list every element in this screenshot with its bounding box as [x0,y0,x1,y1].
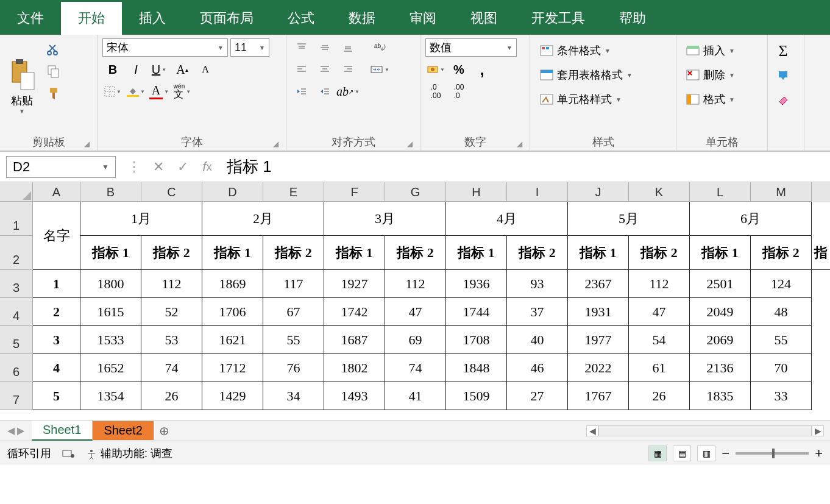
align-center-button[interactable] [314,60,335,79]
align-middle-button[interactable] [314,38,335,57]
cell-r5-c5[interactable]: 1687 [324,326,385,354]
cell-month-1[interactable]: 1月 [80,202,202,236]
cell-month-6[interactable]: 6月 [690,202,812,236]
cell-r5-c9[interactable]: 1977 [568,326,629,354]
cell-r7-c0[interactable]: 5 [33,382,80,410]
tab-formulas[interactable]: 公式 [271,2,332,35]
cell-r7-c12[interactable]: 33 [751,382,812,410]
italic-button[interactable]: I [126,60,146,79]
currency-button[interactable]: ▼ [425,60,446,79]
cell-r3-c8[interactable]: 93 [507,270,568,298]
tab-developer[interactable]: 开发工具 [514,2,602,35]
cell-r6-c12[interactable]: 70 [751,354,812,382]
cell-r4-c7[interactable]: 1744 [446,298,507,326]
cell-r7-c4[interactable]: 34 [263,382,324,410]
col-header-J[interactable]: J [568,182,629,202]
cell-r4-c1[interactable]: 1615 [80,298,141,326]
cell-partial-header[interactable]: 指 [812,236,830,270]
cell-r3-c6[interactable]: 112 [385,270,446,298]
cell-r4-c8[interactable]: 37 [507,298,568,326]
fill-color-button[interactable]: ▼ [126,82,146,101]
col-header-H[interactable]: H [446,182,507,202]
cell-r4-c11[interactable]: 2049 [690,298,751,326]
cell-r6-c9[interactable]: 2022 [568,354,629,382]
view-page-layout-button[interactable]: ▤ [673,445,691,461]
sheet-tab-2[interactable]: Sheet2 [93,421,154,440]
font-name-combo[interactable]: 宋体▼ [102,38,228,57]
col-header-B[interactable]: B [80,182,141,202]
cell-r6-c1[interactable]: 1652 [80,354,141,382]
sheet-nav-next[interactable]: ▶ [17,425,24,436]
row-header-4[interactable]: 4 [0,298,33,326]
paste-button[interactable]: 粘贴 ▼ [5,38,39,133]
cell-subheader-5[interactable]: 指标 1 [324,236,385,270]
cell-subheader-6[interactable]: 指标 2 [385,236,446,270]
view-normal-button[interactable]: ▦ [648,445,667,461]
name-box[interactable]: D2▼ [6,156,116,178]
row-header-7[interactable]: 7 [0,382,33,410]
cell-subheader-9[interactable]: 指标 1 [568,236,629,270]
cell-r6-c4[interactable]: 76 [263,354,324,382]
align-left-button[interactable] [291,60,312,79]
col-header-C[interactable]: C [141,182,202,202]
cell-r5-c3[interactable]: 1621 [202,326,263,354]
cell-r4-c2[interactable]: 52 [141,298,202,326]
view-page-break-button[interactable]: ▥ [697,445,715,461]
grow-font-button[interactable]: A▴ [172,60,193,79]
macro-record-icon[interactable] [62,449,74,458]
col-header-D[interactable]: D [202,182,263,202]
row-header-2[interactable]: 2 [0,236,33,270]
autosum-button[interactable]: Σ [773,42,793,60]
cell-subheader-1[interactable]: 指标 1 [80,236,141,270]
cell-subheader-12[interactable]: 指标 2 [751,236,812,270]
cell-r7-c6[interactable]: 41 [385,382,446,410]
cut-button[interactable] [45,41,62,58]
cell-r5-c11[interactable]: 2069 [690,326,751,354]
number-format-combo[interactable]: 数值▼ [425,38,517,57]
formula-bar-dots[interactable]: ⋮ [122,159,146,175]
cell-r4-c5[interactable]: 1742 [324,298,385,326]
hscroll-track[interactable] [598,425,812,436]
bold-button[interactable]: B [102,60,123,79]
wrap-text-button[interactable]: ab [369,38,390,57]
cell-r6-c3[interactable]: 1712 [202,354,263,382]
tab-page-layout[interactable]: 页面布局 [183,2,271,35]
delete-cells-button[interactable]: 删除▼ [681,65,762,85]
cell-r5-c4[interactable]: 55 [263,326,324,354]
number-launcher[interactable]: ◢ [517,140,522,148]
cell-r4-c3[interactable]: 1706 [202,298,263,326]
increase-indent-button[interactable] [314,82,335,101]
col-header-E[interactable]: E [263,182,324,202]
cell-r4-c9[interactable]: 1931 [568,298,629,326]
percent-button[interactable]: % [449,60,469,79]
cell-subheader-2[interactable]: 指标 2 [141,236,202,270]
cell-r5-c12[interactable]: 55 [751,326,812,354]
align-bottom-button[interactable] [338,38,358,57]
sheet-nav-prev[interactable]: ◀ [7,425,15,436]
tab-data[interactable]: 数据 [332,2,392,35]
row-header-5[interactable]: 5 [0,326,33,354]
clear-button[interactable] [773,91,793,109]
phonetic-button[interactable]: wén文▼ [172,82,193,101]
cell-r7-c11[interactable]: 1835 [690,382,751,410]
align-right-button[interactable] [338,60,358,79]
increase-decimal-button[interactable]: .0.00 [425,82,446,101]
cell-r6-c5[interactable]: 1802 [324,354,385,382]
cell-subheader-4[interactable]: 指标 2 [263,236,324,270]
col-header-A[interactable]: A [33,182,80,202]
copy-button[interactable] [45,63,62,80]
add-sheet-button[interactable]: ⊕ [154,424,175,438]
cell-r7-c5[interactable]: 1493 [324,382,385,410]
cell-subheader-10[interactable]: 指标 2 [629,236,690,270]
format-painter-button[interactable] [45,85,62,102]
cell-r3-c9[interactable]: 2367 [568,270,629,298]
row-header-3[interactable]: 3 [0,270,33,298]
cell-r4-c4[interactable]: 67 [263,298,324,326]
select-all-corner[interactable] [0,182,33,202]
comma-button[interactable]: , [472,60,492,79]
format-cells-button[interactable]: 格式▼ [681,90,762,109]
cell-month-4[interactable]: 4月 [446,202,568,236]
cell-r5-c8[interactable]: 40 [507,326,568,354]
cell-r6-c10[interactable]: 61 [629,354,690,382]
cell-r3-c5[interactable]: 1927 [324,270,385,298]
